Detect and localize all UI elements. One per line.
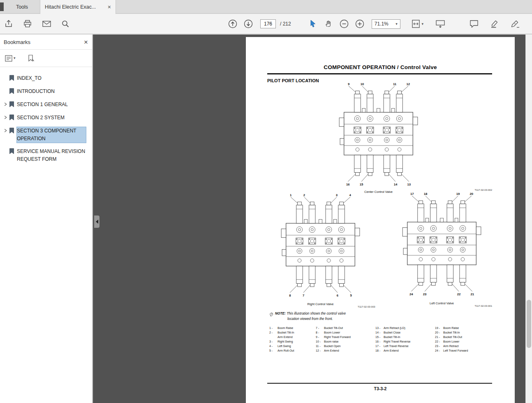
svg-text:16: 16: [346, 183, 350, 186]
legend-item: 10 -Boom raise: [316, 339, 351, 344]
page-up-icon: [228, 19, 238, 29]
svg-text:21: 21: [470, 292, 474, 296]
fit-width-icon: [412, 19, 421, 28]
legend-number: 13 -: [375, 326, 384, 330]
chevron-down-icon: ▾: [421, 22, 423, 26]
center-control-valve-diagram: 910111216151413: [336, 80, 421, 188]
bookmark-label: SERVICE MANUAL REVISION REQUEST FORM: [17, 148, 86, 163]
legend-label: Left Swing: [278, 344, 291, 348]
email-icon: [42, 21, 51, 27]
vertical-scrollbar[interactable]: [525, 35, 532, 403]
bookmark-item-introduction[interactable]: INTRODUCTION: [0, 85, 92, 98]
tab-document[interactable]: Hitachi Electric Exac... ×: [40, 0, 116, 14]
legend-item: 9 -Right Travel Forward: [316, 335, 351, 339]
scrollbar-thumb[interactable]: [527, 300, 531, 347]
zoom-in-button[interactable]: [354, 18, 366, 30]
legend-label: Boom Raise: [443, 326, 459, 330]
legend-number: 12 -: [316, 348, 324, 353]
legend-label: Bucket Tilt-In: [443, 330, 460, 335]
bookmark-item-section-2-system[interactable]: SECTION 2 SYSTEM: [0, 111, 92, 125]
svg-text:15: 15: [360, 183, 363, 186]
control-valve-drawing: 910111216151413: [336, 80, 421, 188]
legend-number: 15 -: [375, 335, 384, 339]
bookmarks-panel-title: Bookmarks: [4, 39, 30, 45]
print-icon: [23, 20, 32, 28]
zoom-level-select[interactable]: 71.1% ▾: [372, 19, 400, 29]
bookmark-item-index-to[interactable]: INDEX_TO: [0, 72, 92, 85]
close-tab-icon[interactable]: ×: [108, 4, 111, 10]
zoom-out-button[interactable]: [338, 18, 350, 30]
svg-text:8: 8: [289, 294, 291, 297]
find-current-bookmark-button[interactable]: [26, 54, 35, 63]
comment-button[interactable]: [468, 18, 480, 30]
legend-label: Bucket Open: [324, 344, 340, 348]
bookmark-icon: [9, 75, 14, 83]
svg-text:2: 2: [303, 193, 305, 197]
search-button[interactable]: [59, 18, 72, 30]
bookmark-label: INDEX_TO: [17, 74, 42, 82]
fill-sign-button[interactable]: [509, 18, 521, 30]
legend-number: 19 -: [435, 326, 443, 330]
legend-number: 17 -: [375, 344, 384, 348]
previous-page-button[interactable]: [227, 18, 239, 30]
svg-text:1: 1: [290, 193, 292, 197]
legend-label: Bucket Tilt-Out: [443, 335, 462, 339]
bookmark-label: SECTION 1 GENERAL: [17, 101, 68, 109]
legend-number: 22 -: [435, 339, 443, 344]
bookmark-label-selected: SECTION 3 COMPONENT OPERATION: [17, 127, 86, 143]
email-button[interactable]: [40, 18, 53, 30]
legend-label: Right Travel Forward: [324, 335, 351, 339]
figure-caption: Left Control Valve: [400, 301, 484, 305]
scroll-mode-button[interactable]: [434, 18, 446, 30]
share-export-button[interactable]: [2, 18, 15, 30]
panel-options-icon: [5, 55, 12, 62]
highlight-button[interactable]: [488, 18, 501, 30]
search-icon: [61, 20, 69, 28]
svg-text:22: 22: [457, 292, 461, 296]
svg-text:20: 20: [470, 192, 473, 196]
bookmark-icon: [9, 148, 14, 156]
close-panel-button[interactable]: ×: [84, 39, 88, 46]
chevron-right-icon[interactable]: [2, 102, 8, 106]
note-line1: This illustration shows the control valv…: [287, 311, 346, 315]
legend-label: Boom Lower: [324, 330, 340, 335]
bookmark-item-section-3-component-operation[interactable]: SECTION 3 COMPONENT OPERATION: [0, 125, 92, 145]
legend-number: 3 -: [269, 339, 278, 344]
svg-text:19: 19: [456, 192, 460, 196]
collapse-panel-handle[interactable]: [94, 215, 99, 228]
legend-number: 8 -: [316, 330, 324, 335]
toolbar-annotate-group: [468, 18, 521, 30]
bookmark-item-section-1-general[interactable]: SECTION 1 GENERAL: [0, 98, 92, 111]
comment-icon: [470, 20, 479, 28]
legend-label: Arm Retract (LD): [384, 326, 405, 330]
legend-item: 17 -Left Travel Reverse: [375, 344, 410, 348]
zoom-in-icon: [355, 19, 365, 29]
legend-item: Arm Extend: [269, 335, 294, 339]
print-button[interactable]: [21, 18, 34, 30]
next-page-button[interactable]: [242, 18, 254, 30]
tab-tools[interactable]: Tools: [4, 0, 40, 14]
legend-item: 3 -Right Swing: [269, 339, 294, 344]
chevron-right-icon[interactable]: [2, 116, 8, 119]
page-title: COMPONENT OPERATION / Control Valve: [246, 64, 515, 70]
legend-label: Left Travel Reverse: [384, 344, 409, 348]
legend-item: 20 -Bucket Tilt-In: [435, 330, 468, 335]
svg-text:10: 10: [361, 82, 364, 86]
hand-tool-button[interactable]: [322, 18, 335, 30]
legend-label: Arm Retract: [443, 344, 458, 348]
fit-width-button[interactable]: ▾: [409, 18, 427, 30]
legend-item: 2 -Bucket Tilt-In: [269, 330, 294, 335]
figure-caption: Center Control Valve: [336, 190, 421, 194]
bookmarks-panel-header: Bookmarks ×: [0, 35, 92, 50]
chevron-down-icon: ▾: [14, 56, 16, 60]
page-total-label: / 212: [280, 21, 291, 27]
note: NOTE: This illustration shows the contro…: [269, 311, 405, 321]
bookmark-item-service-manual-revision-request-form[interactable]: SERVICE MANUAL REVISION REQUEST FORM: [0, 145, 92, 166]
page-number-input[interactable]: [260, 19, 276, 28]
legend-item: 19 -Boom Raise: [435, 326, 468, 330]
export-icon: [4, 20, 13, 28]
select-tool-button[interactable]: [307, 18, 319, 30]
svg-text:14: 14: [394, 183, 398, 186]
panel-options-button[interactable]: ▾: [4, 54, 16, 63]
chevron-right-icon[interactable]: [2, 129, 8, 132]
